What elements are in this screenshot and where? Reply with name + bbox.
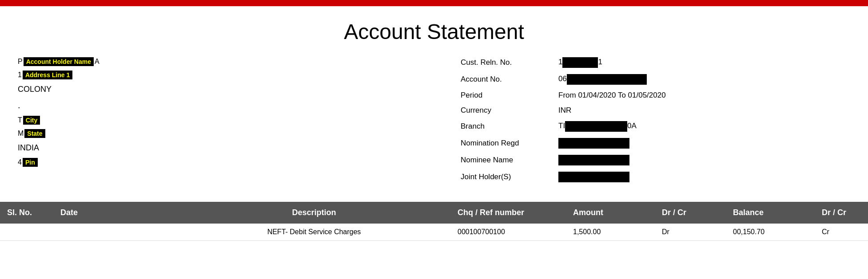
td-balance: 00,150.70 [726, 224, 815, 240]
info-value-suffix-4: 0A [627, 122, 637, 130]
info-row-4: BranchTI0A [461, 121, 850, 132]
redacted-box-4 [565, 121, 627, 132]
colony-text: COLONY [18, 84, 407, 95]
info-row-5: Nomination Regd [461, 138, 850, 149]
right-section: Cust. Reln. No.11Account No.06PeriodFrom… [434, 57, 850, 189]
top-red-bar [0, 0, 868, 6]
dot-text: . [18, 99, 407, 111]
th-drcr: Dr / Cr [655, 202, 726, 224]
info-value-7 [558, 172, 629, 182]
info-label-0: Cust. Reln. No. [461, 58, 558, 67]
info-value-prefix-1: 06 [558, 75, 567, 83]
info-row-0: Cust. Reln. No.11 [461, 57, 850, 68]
th-date: Date [53, 202, 178, 224]
info-label-5: Nomination Regd [461, 139, 558, 148]
info-row-3: CurrencyINR [461, 106, 850, 115]
td-drcr2: Cr [815, 224, 868, 240]
address-prefix: 1 [18, 71, 22, 79]
redacted-box-6 [558, 155, 629, 165]
info-row-1: Account No.06 [461, 74, 850, 85]
address-line1-label: Address Line 1 [23, 71, 72, 79]
info-value-prefix-4: TI [558, 122, 565, 130]
th-desc: Description [178, 202, 450, 224]
table-section: Sl. No. Date Description Chq / Ref numbe… [0, 202, 868, 241]
page-title: Account Statement [0, 6, 868, 57]
info-value-5 [558, 138, 629, 149]
th-balance: Balance [726, 202, 815, 224]
redacted-box-5 [558, 138, 629, 149]
account-holder-prefix: P [18, 58, 23, 66]
table-row: NEFT- Debit Service Charges 000100700100… [0, 224, 868, 241]
info-value-1: 06 [558, 74, 647, 85]
info-row-7: Joint Holder(S) [461, 172, 850, 182]
info-value-prefix-0: 1 [558, 58, 562, 66]
account-holder-row: P Account Holder Name A [18, 57, 407, 66]
th-amount: Amount [566, 202, 655, 224]
state-prefix: M [18, 130, 24, 138]
info-value-3: INR [558, 106, 571, 115]
th-chq: Chq / Ref number [450, 202, 566, 224]
address-line1-row: 1 Address Line 1 [18, 71, 407, 79]
pin-prefix: 4 [18, 158, 22, 166]
redacted-box-1 [567, 74, 647, 85]
city-label: City [23, 116, 40, 125]
td-chq: 000100700100 [450, 224, 566, 240]
info-row-2: PeriodFrom 01/04/2020 To 01/05/2020 [461, 91, 850, 100]
info-label-7: Joint Holder(S) [461, 173, 558, 181]
info-value-2: From 01/04/2020 To 01/05/2020 [558, 91, 666, 100]
info-label-2: Period [461, 91, 558, 100]
country-text: INDIA [18, 142, 407, 153]
td-drcr: Dr [655, 224, 726, 240]
info-label-4: Branch [461, 122, 558, 131]
td-slno [0, 224, 53, 240]
left-section: P Account Holder Name A 1 Address Line 1… [18, 57, 425, 189]
city-prefix: T [18, 116, 22, 124]
th-drcr2: Dr / Cr [815, 202, 868, 224]
td-desc: NEFT- Debit Service Charges [178, 224, 450, 240]
pin-row: 4 Pin [18, 158, 407, 167]
redacted-box-7 [558, 172, 629, 182]
info-row-6: Nominee Name [461, 155, 850, 165]
city-row: T City [18, 116, 407, 125]
state-row: M State [18, 129, 407, 138]
info-value-4: TI0A [558, 121, 637, 132]
account-holder-suffix: A [95, 58, 100, 66]
th-slno: Sl. No. [0, 202, 53, 224]
table-header: Sl. No. Date Description Chq / Ref numbe… [0, 202, 868, 224]
state-label: State [24, 129, 45, 138]
info-label-6: Nominee Name [461, 156, 558, 165]
info-value-0: 11 [558, 57, 602, 68]
account-holder-label: Account Holder Name [24, 57, 94, 66]
info-value-6 [558, 155, 629, 165]
td-date [53, 224, 178, 240]
pin-label: Pin [23, 158, 38, 167]
redacted-box-0 [562, 57, 598, 68]
info-label-1: Account No. [461, 75, 558, 84]
info-value-suffix-0: 1 [598, 58, 602, 66]
info-label-3: Currency [461, 106, 558, 115]
td-amount: 1,500.00 [566, 224, 655, 240]
